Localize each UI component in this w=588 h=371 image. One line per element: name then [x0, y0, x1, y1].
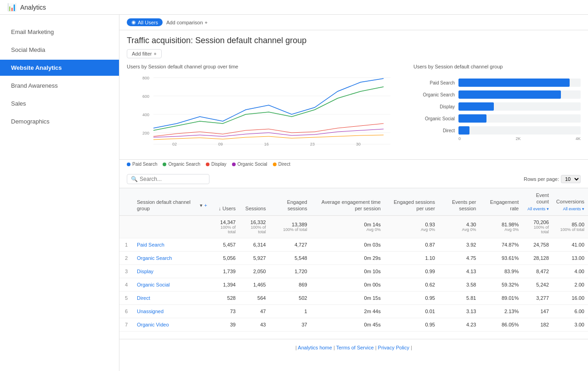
legend-item-organic-search: Organic Search [163, 162, 200, 167]
row5-event-count: 3,277 [522, 292, 553, 305]
col-channel-sort-icon: ▾ [200, 202, 203, 208]
rows-per-page-select[interactable]: 10 25 50 [561, 175, 581, 183]
totals-avg-engagement: 0m 14s Avg 0% [311, 216, 384, 238]
page-title: Traffic acquisition: Session default cha… [127, 36, 581, 45]
sidebar-item-brand-awareness[interactable]: Brand Awareness [0, 78, 119, 94]
line-chart-container: Users by Session default channel group o… [127, 64, 406, 156]
row2-engagement-rate: 93.61% [480, 252, 522, 265]
top-bar-title: Analytics [20, 4, 46, 11]
row1-channel[interactable]: Paid Search [133, 238, 211, 252]
footer-separator4: | [411, 345, 412, 350]
table-row: 3 Display 1,739 2,050 1,720 0m 10s 0.99 … [119, 265, 588, 278]
row1-event-count: 24,758 [522, 238, 553, 252]
data-table: Session default channel group ▾ + ↓ User… [119, 188, 588, 332]
row6-engagement-rate: 2.13% [480, 305, 522, 318]
footer-link-privacy[interactable]: Privacy Policy [378, 345, 409, 350]
line-chart-svg: 800 600 400 200 [127, 73, 406, 146]
bar-x-2k: 2K [515, 136, 520, 141]
svg-text:02: 02 [172, 142, 177, 146]
row3-channel[interactable]: Display [133, 265, 211, 278]
footer-link-terms[interactable]: Terms of Service [336, 345, 374, 350]
legend-label-paid-search: Paid Search [132, 162, 157, 167]
col-header-avg-engagement[interactable]: Average engagement time per session [311, 188, 384, 216]
row4-engaged-sessions: 869 [270, 278, 311, 292]
row1-engagement-rate: 74.87% [480, 238, 522, 252]
sidebar-item-social-media[interactable]: Social Media [0, 42, 119, 58]
row6-event-count: 147 [522, 305, 553, 318]
col-header-engagement-rate[interactable]: Engagement rate [480, 188, 522, 216]
row3-engaged-sessions: 1,720 [270, 265, 311, 278]
row7-channel[interactable]: Organic Video [133, 318, 211, 332]
search-input[interactable] [140, 176, 205, 182]
add-filter-plus-icon: + [153, 51, 156, 56]
row5-sessions: 564 [239, 292, 270, 305]
row6-conversions: 6.00 [553, 305, 588, 318]
sidebar-item-email-marketing[interactable]: Email Marketing [0, 24, 119, 40]
row2-channel[interactable]: Organic Search [133, 252, 211, 265]
bar-chart-title: Users by Session default channel group [413, 64, 581, 69]
charts-section: Users by Session default channel group o… [119, 60, 588, 160]
add-filter-button[interactable]: Add filter + [127, 49, 162, 58]
col-channel-label: Session default channel group [137, 199, 198, 212]
row6-users: 73 [211, 305, 239, 318]
col-header-engaged-per-user[interactable]: Engaged sessions per user [384, 188, 439, 216]
row3-num: 3 [119, 265, 133, 278]
legend-dot-paid-search [127, 163, 130, 166]
row6-events-per-session: 3.13 [439, 305, 480, 318]
col-header-sessions[interactable]: Sessions [239, 188, 270, 216]
totals-engagement-rate: 81.98% Avg 0% [480, 216, 522, 238]
col-header-conversions[interactable]: ConversionsAll events ▾ [553, 188, 588, 216]
totals-num [119, 216, 133, 238]
top-bar: 📊 Analytics [0, 0, 588, 15]
row5-num: 5 [119, 292, 133, 305]
bar-row-organic-social: Organic Social [413, 114, 581, 123]
row1-engaged-sessions: 4,727 [270, 238, 311, 252]
col-header-users[interactable]: ↓ Users [211, 188, 239, 216]
sidebar-item-demographics[interactable]: Demographics [0, 113, 119, 129]
all-users-badge[interactable]: ◉ All Users [127, 18, 163, 26]
row1-engaged-per-user: 0.87 [384, 238, 439, 252]
table-row: 6 Unassigned 73 47 1 2m 44s 0.01 3.13 2.… [119, 305, 588, 318]
col-channel-add-icon[interactable]: + [204, 202, 207, 208]
bar-track-direct [458, 126, 581, 135]
col-header-event-count[interactable]: Event countAll events ▾ [522, 188, 553, 216]
row5-channel[interactable]: Direct [133, 292, 211, 305]
bar-fill-display [458, 102, 494, 111]
bar-label-organic-search: Organic Search [413, 92, 455, 97]
footer-link-analytics-home[interactable]: Analytics home [298, 345, 332, 350]
bar-fill-direct [458, 126, 469, 135]
legend-item-organic-social: Organic Social [232, 162, 267, 167]
sidebar-item-website-analytics[interactable]: Website Analytics [0, 60, 119, 76]
col-header-channel[interactable]: Session default channel group ▾ + [133, 188, 211, 216]
legend: Paid Search Organic Search Display Organ… [119, 160, 588, 170]
row4-channel[interactable]: Organic Social [133, 278, 211, 292]
search-input-wrap[interactable]: 🔍 [127, 174, 209, 184]
svg-text:23: 23 [310, 142, 315, 146]
row3-event-count: 8,472 [522, 265, 553, 278]
row3-engaged-per-user: 0.99 [384, 265, 439, 278]
sidebar-item-sales[interactable]: Sales [0, 96, 119, 112]
col-header-engaged-sessions[interactable]: Engaged sessions [270, 188, 311, 216]
bar-track-paid-search [458, 79, 581, 87]
row1-users: 5,457 [211, 238, 239, 252]
legend-dot-display [206, 163, 209, 166]
row7-conversions: 3.00 [553, 318, 588, 332]
bar-label-organic-social: Organic Social [413, 116, 455, 121]
totals-conversions: 85.00 100% of total [553, 216, 588, 238]
main-layout: Email Marketing Social Media Website Ana… [0, 15, 588, 371]
col-header-events-per-session[interactable]: Events per session [439, 188, 480, 216]
bar-row-direct: Direct [413, 126, 581, 135]
add-comparison-button[interactable]: Add comparison + [166, 20, 208, 25]
table-toolbar: 🔍 Rows per page: 10 25 50 [119, 170, 588, 188]
rows-per-page: Rows per page: 10 25 50 [524, 175, 581, 183]
badge-label: All Users [138, 20, 158, 25]
bar-label-paid-search: Paid Search [413, 80, 455, 85]
bar-label-direct: Direct [413, 128, 455, 133]
svg-text:400: 400 [142, 112, 149, 117]
bar-x-0: 0 [458, 136, 461, 141]
legend-dot-organic-social [232, 163, 236, 166]
row6-channel[interactable]: Unassigned [133, 305, 211, 318]
bar-row-display: Display [413, 102, 581, 111]
row2-event-count: 28,128 [522, 252, 553, 265]
legend-item-direct: Direct [273, 162, 290, 167]
